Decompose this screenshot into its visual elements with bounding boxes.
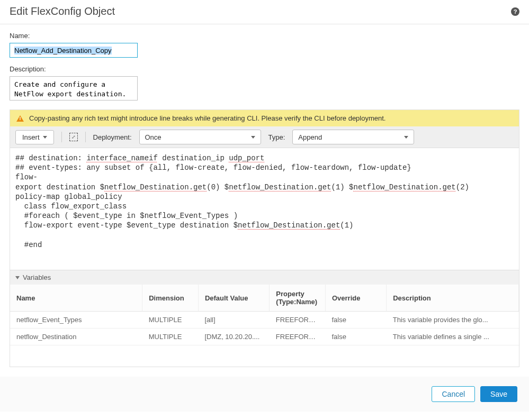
help-icon[interactable]: ? [511, 7, 519, 16]
save-button[interactable]: Save [480, 386, 517, 402]
page-title: Edit FlexConfig Object [10, 5, 115, 17]
type-select[interactable]: Append [292, 130, 414, 144]
deployment-select[interactable]: Once [139, 130, 261, 144]
chevron-down-icon [43, 136, 47, 139]
deployment-value: Once [145, 133, 162, 141]
col-header-dimension[interactable]: Dimension [142, 285, 199, 312]
col-header-override[interactable]: Override [325, 285, 386, 312]
col-header-description[interactable]: Description [387, 285, 519, 312]
expand-icon[interactable]: ⤢ [69, 133, 78, 141]
description-input[interactable] [10, 76, 138, 101]
description-label: Description: [10, 65, 519, 73]
warning-text: Copy-pasting any rich text might introdu… [29, 114, 385, 122]
col-header-name[interactable]: Name [10, 285, 142, 312]
warning-icon [16, 115, 24, 122]
code-editor[interactable]: ## destination: interface_nameif destina… [10, 148, 519, 270]
name-label: Name: [10, 32, 519, 40]
table-row[interactable]: netflow_Destination MULTIPLE [DMZ, 10.20… [10, 328, 519, 345]
variables-header-label: Variables [23, 273, 51, 281]
variables-section-header[interactable]: Variables [10, 270, 519, 285]
type-label: Type: [268, 133, 285, 141]
table-row[interactable]: netflow_Event_Types MULTIPLE [all] FREEF… [10, 312, 519, 328]
chevron-down-icon [15, 276, 20, 279]
cancel-button[interactable]: Cancel [432, 386, 475, 402]
insert-label: Insert [22, 133, 40, 141]
variables-table: Name Dimension Default Value Property (T… [10, 285, 519, 345]
insert-button[interactable]: Insert [15, 130, 54, 144]
name-input[interactable] [10, 43, 138, 58]
toolbar-separator [61, 132, 62, 142]
warning-banner: Copy-pasting any rich text might introdu… [10, 110, 519, 126]
toolbar-separator [85, 132, 86, 142]
chevron-down-icon [404, 136, 408, 139]
chevron-down-icon [251, 136, 255, 139]
type-value: Append [298, 133, 322, 141]
col-header-default[interactable]: Default Value [198, 285, 269, 312]
deployment-label: Deployment: [93, 133, 132, 141]
col-header-property[interactable]: Property (Type:Name) [270, 285, 326, 312]
